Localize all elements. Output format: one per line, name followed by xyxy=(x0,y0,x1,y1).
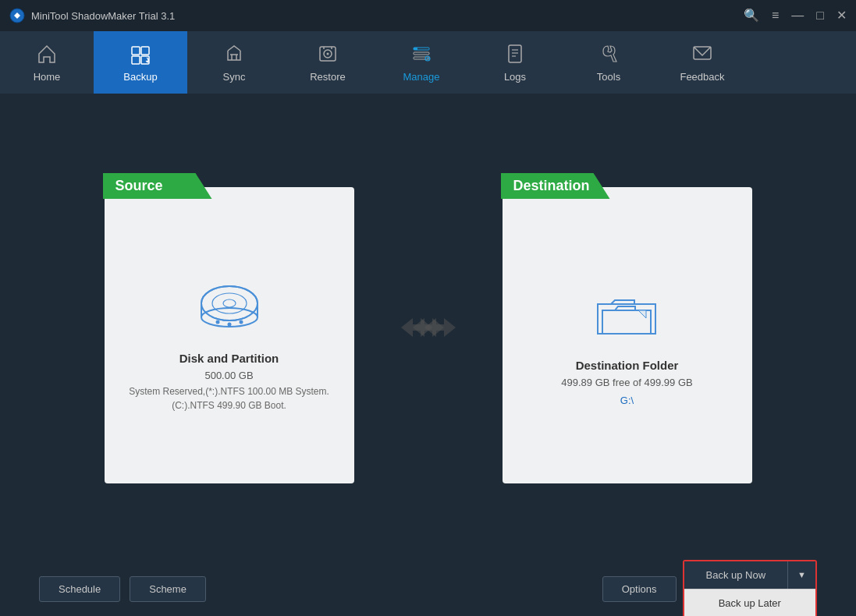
app-title: MiniTool ShadowMaker Trial 3.1 xyxy=(31,10,175,22)
options-button[interactable]: Options xyxy=(602,576,677,602)
sync-icon xyxy=(223,43,245,68)
source-size: 500.00 GB xyxy=(204,370,253,381)
nav-label-manage: Manage xyxy=(403,71,440,83)
destination-header: Destination xyxy=(501,173,610,199)
nav-label-tools: Tools xyxy=(597,71,620,83)
destination-drive: G:\ xyxy=(620,395,634,406)
backup-dropdown-arrow[interactable]: ▼ xyxy=(787,561,815,589)
svg-point-10 xyxy=(327,52,329,55)
title-bar: MiniTool ShadowMaker Trial 3.1 🔍 ≡ — □ ✕ xyxy=(0,0,856,31)
disk-icon xyxy=(194,281,265,339)
nav-label-home: Home xyxy=(34,71,61,83)
svg-point-30 xyxy=(227,323,231,327)
schedule-button[interactable]: Schedule xyxy=(39,576,120,602)
backup-now-button[interactable]: Back up Now xyxy=(684,561,788,589)
arrow-indicator xyxy=(401,312,456,343)
home-icon xyxy=(36,43,58,68)
nav-item-home[interactable]: Home xyxy=(0,31,94,94)
backup-icon xyxy=(130,43,151,68)
nav-item-logs[interactable]: Logs xyxy=(468,31,562,94)
restore-icon xyxy=(317,43,339,68)
logs-icon xyxy=(504,43,526,68)
svg-rect-12 xyxy=(414,48,417,50)
menu-button[interactable]: ≡ xyxy=(772,9,779,22)
nav-item-restore[interactable]: Restore xyxy=(281,31,375,94)
destination-free: 499.89 GB free of 499.99 GB xyxy=(561,377,692,388)
bottom-right-buttons: Options Back up Now ▼ Back up Later xyxy=(602,560,817,617)
title-bar-left: MiniTool ShadowMaker Trial 3.1 xyxy=(9,8,175,23)
maximize-button[interactable]: □ xyxy=(816,9,824,22)
nav-label-logs: Logs xyxy=(504,71,526,83)
bottom-bar: Schedule Scheme Options Back up Now ▼ Ba… xyxy=(0,561,856,616)
svg-rect-2 xyxy=(141,47,149,55)
manage-icon xyxy=(410,43,432,68)
svg-point-31 xyxy=(239,320,243,324)
app-logo xyxy=(9,8,25,23)
nav-item-sync[interactable]: Sync xyxy=(187,31,281,94)
nav-label-sync: Sync xyxy=(223,71,246,83)
folder-icon xyxy=(591,289,662,346)
source-title: Disk and Partition xyxy=(179,352,279,365)
nav-item-backup[interactable]: Backup xyxy=(94,31,187,94)
search-button[interactable]: 🔍 xyxy=(744,9,759,22)
feedback-icon xyxy=(691,43,713,68)
svg-rect-16 xyxy=(509,45,521,62)
nav-item-manage[interactable]: Manage xyxy=(375,31,468,94)
minimize-button[interactable]: — xyxy=(791,9,804,22)
svg-rect-3 xyxy=(132,56,140,64)
source-body: Disk and Partition 500.00 GB System Rese… xyxy=(105,211,354,483)
destination-card[interactable]: Destination Destination Folder 499.89 GB… xyxy=(503,187,752,483)
svg-point-29 xyxy=(215,320,219,324)
destination-title: Destination Folder xyxy=(576,359,679,372)
svg-rect-13 xyxy=(414,52,429,55)
scheme-button[interactable]: Scheme xyxy=(130,576,206,602)
backup-button-group: Back up Now ▼ Back up Later xyxy=(683,560,817,617)
tools-icon xyxy=(598,43,620,68)
nav-label-backup: Backup xyxy=(123,71,157,83)
nav-bar: Home Backup Sync xyxy=(0,31,856,94)
destination-body: Destination Folder 499.89 GB free of 499… xyxy=(545,211,708,483)
source-card[interactable]: Source xyxy=(105,187,354,483)
backup-later-button[interactable]: Back up Later xyxy=(684,589,815,617)
main-content: Source xyxy=(0,94,856,561)
source-header: Source xyxy=(103,173,212,199)
nav-label-feedback: Feedback xyxy=(680,71,724,83)
nav-item-tools[interactable]: Tools xyxy=(562,31,655,94)
source-detail: System Reserved,(*:).NTFS 100.00 MB Syst… xyxy=(120,384,339,412)
title-bar-controls: 🔍 ≡ — □ ✕ xyxy=(744,9,847,22)
svg-rect-1 xyxy=(132,47,140,55)
nav-item-feedback[interactable]: Feedback xyxy=(655,31,749,94)
close-button[interactable]: ✕ xyxy=(836,9,847,22)
bottom-left-buttons: Schedule Scheme xyxy=(39,576,206,602)
backup-btn-top: Back up Now ▼ xyxy=(684,561,815,589)
nav-label-restore: Restore xyxy=(310,71,346,83)
